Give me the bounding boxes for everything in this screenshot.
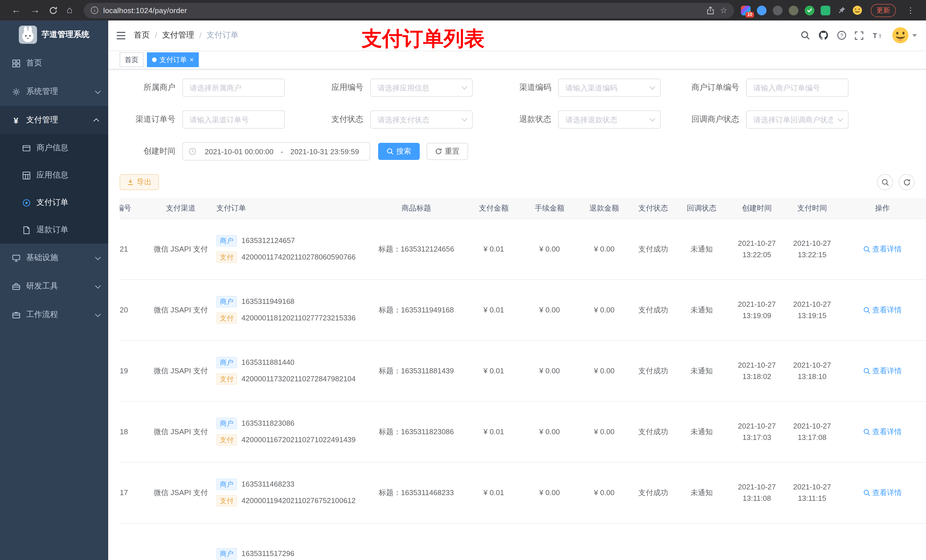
address-bar[interactable]: localhost:1024/pay/order ☆ <box>84 3 734 18</box>
avatar <box>892 27 909 44</box>
sidebar-item-payment[interactable]: ¥ 支付管理 <box>0 106 108 134</box>
cell-channel: 微信 JSAPI 支付 <box>151 279 211 340</box>
merchant-order-no: 1635311468233 <box>242 478 294 490</box>
cell-id: 20 <box>120 279 151 340</box>
table-row: 18 微信 JSAPI 支付 商户1635311823086 支付4200001… <box>120 401 926 462</box>
cell-id: 21 <box>120 219 151 279</box>
hamburger-icon[interactable] <box>108 21 134 50</box>
breadcrumb-section[interactable]: 支付管理 <box>162 30 194 41</box>
pin-icon[interactable] <box>837 5 846 15</box>
browser-reload-button[interactable] <box>44 0 62 21</box>
merchant-tag: 商户 <box>216 478 237 490</box>
sidebar-item-app-info[interactable]: 应用信息 <box>0 162 108 189</box>
filter-row-2: 渠道订单号 支付状态 退款状态 <box>120 110 926 128</box>
cell-create-time: 2021-10-2713:17:03 <box>728 401 785 462</box>
owner-merchant-input[interactable] <box>182 78 285 97</box>
notify-status-select[interactable] <box>746 110 849 128</box>
cell-create-time: 2021-10-2713:11:08 <box>728 462 785 523</box>
pay-tag: 支付 <box>216 495 237 507</box>
grid-icon <box>22 171 31 180</box>
sidebar-item-refund-order[interactable]: 退款订单 <box>0 216 108 244</box>
search-button[interactable]: 搜索 <box>378 143 420 160</box>
view-detail-link[interactable]: 查看详情 <box>863 488 902 498</box>
check-icon <box>807 8 812 12</box>
close-icon[interactable]: × <box>190 53 194 66</box>
extension-gray-icon[interactable] <box>773 5 782 15</box>
table-row: 21 微信 JSAPI 支付 商户1635312124657 支付4200001… <box>120 219 926 279</box>
help-icon[interactable]: ? <box>837 31 846 40</box>
table-row: 19 微信 JSAPI 支付 商户1635311881440 支付4200001… <box>120 340 926 401</box>
breadcrumb-home[interactable]: 首页 <box>134 30 150 41</box>
tab-pay-order[interactable]: 支付订单 × <box>147 52 199 67</box>
cell-refund: ¥ 0.00 <box>577 462 632 523</box>
extensions-area: 10 更新 ⋮ <box>741 4 919 17</box>
cell-status: 支付成功 <box>632 462 675 523</box>
merchant-order-no-input[interactable] <box>746 78 849 97</box>
cell-actions: 查看详情 <box>839 219 926 279</box>
sidebar-item-dev-tools[interactable]: 研发工具 <box>0 272 108 300</box>
col-notify: 回调状态 <box>675 198 728 219</box>
refund-status-select[interactable] <box>558 110 661 128</box>
refresh-table-button[interactable] <box>899 174 915 190</box>
reset-button[interactable]: 重置 <box>427 143 468 160</box>
cell-pay-time: 2021-10-2713:17:08 <box>785 401 839 462</box>
channel-order-no-input[interactable] <box>182 110 285 128</box>
clock-icon <box>189 147 197 155</box>
user-avatar-menu[interactable] <box>892 27 917 44</box>
sidebar-item-workflow[interactable]: 工作流程 <box>0 300 108 329</box>
merchant-tag: 商户 <box>216 418 237 429</box>
browser-menu-button[interactable]: ⋮ <box>902 6 917 15</box>
cell-status <box>632 523 675 560</box>
extension-chat-icon[interactable] <box>821 5 830 15</box>
font-size-icon[interactable]: TT <box>872 31 883 39</box>
sidebar-item-pay-order[interactable]: 支付订单 <box>0 189 108 216</box>
profile-emoji-icon[interactable] <box>853 5 862 15</box>
app-id-select[interactable] <box>370 78 473 97</box>
browser-back-button[interactable]: ← <box>7 0 26 21</box>
channel-code-select[interactable] <box>558 78 661 97</box>
pay-tag: 支付 <box>216 312 237 324</box>
merchant-order-no: 1635311517296 <box>242 548 294 559</box>
sidebar-item-home[interactable]: 首页 <box>0 49 108 77</box>
browser-forward-button[interactable]: → <box>26 0 44 21</box>
view-detail-link[interactable]: 查看详情 <box>863 366 902 376</box>
briefcase-icon <box>11 311 21 319</box>
search-icon[interactable] <box>801 31 810 40</box>
app-id-control <box>370 78 473 97</box>
toggle-search-button[interactable] <box>877 174 893 190</box>
bookmark-star-icon[interactable]: ☆ <box>720 6 727 15</box>
github-icon[interactable] <box>819 30 829 41</box>
sidebar-item-infra[interactable]: 基础设施 <box>0 244 108 272</box>
browser-home-button[interactable]: ⌂ <box>62 0 77 21</box>
extension-olive-icon[interactable] <box>789 5 799 15</box>
share-icon[interactable] <box>707 6 714 15</box>
sidebar-item-system[interactable]: 系统管理 <box>0 77 108 106</box>
table-row: 商户1635311517296 <box>120 523 926 560</box>
create-time-range-picker[interactable]: 2021-10-01 00:00:00 - 2021-10-31 23:59:5… <box>182 142 370 160</box>
extension-blue-icon[interactable] <box>757 5 767 15</box>
view-detail-link[interactable]: 查看详情 <box>863 427 902 437</box>
app-logo-row[interactable]: 芋道管理系统 <box>0 21 108 49</box>
cell-amount <box>465 523 522 560</box>
export-button[interactable]: 导出 <box>120 174 159 190</box>
cell-order: 商户1635311881440 支付4200001173202110272847… <box>211 340 367 401</box>
cell-channel: 微信 JSAPI 支付 <box>151 340 211 401</box>
app-title: 芋道管理系统 <box>42 30 89 40</box>
table-toolbar: 导出 <box>120 174 926 190</box>
view-detail-link[interactable]: 查看详情 <box>863 244 902 254</box>
view-detail-link[interactable]: 查看详情 <box>863 305 902 315</box>
cell-refund: ¥ 0.00 <box>577 401 632 462</box>
pay-status-select[interactable] <box>370 110 473 128</box>
cell-title <box>367 523 465 560</box>
extension-badge: 10 <box>746 12 754 17</box>
pay-order-no: 4200001167202110271022491439 <box>242 434 356 445</box>
extension-check-icon[interactable] <box>805 5 814 15</box>
fullscreen-icon[interactable] <box>855 31 863 39</box>
browser-update-button[interactable]: 更新 <box>871 4 896 17</box>
app-id-label: 应用编号 <box>307 83 370 93</box>
extension-colorful-icon[interactable]: 10 <box>741 5 750 15</box>
site-info-icon[interactable] <box>91 6 99 14</box>
tab-home[interactable]: 首页 <box>120 52 144 67</box>
sidebar-item-merchant-info[interactable]: 商户信息 <box>0 134 108 162</box>
pay-tag: 支付 <box>216 434 237 445</box>
